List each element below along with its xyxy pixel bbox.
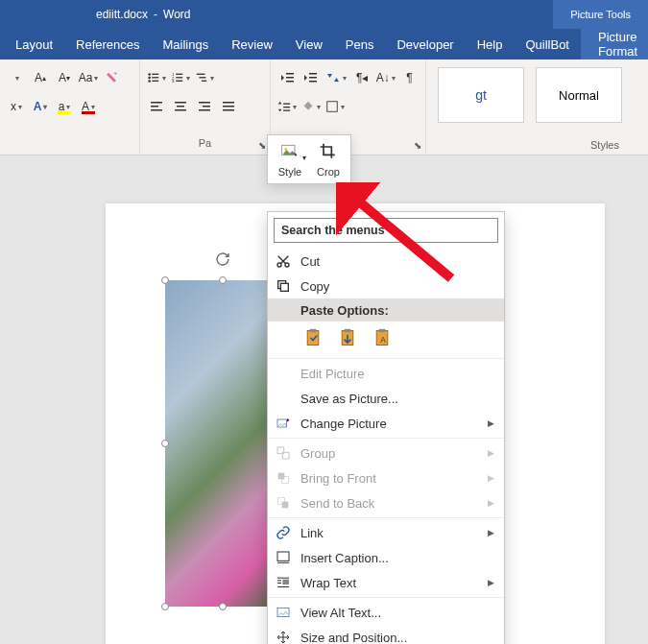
resize-handle[interactable] <box>161 276 169 284</box>
menu-save-as-picture[interactable]: Save as Picture... <box>268 386 504 411</box>
font-color-button[interactable]: A <box>78 96 99 117</box>
menu-view-alt-text[interactable]: View Alt Text... <box>268 600 504 625</box>
align-center-button[interactable] <box>170 96 191 117</box>
menu-insert-caption[interactable]: Insert Caption... <box>268 545 504 570</box>
mini-crop-label: Crop <box>317 166 340 178</box>
styles-group-label: Styles <box>590 139 619 153</box>
svg-rect-43 <box>307 331 319 346</box>
style-preview-normal[interactable]: Normal <box>536 67 622 123</box>
text-effects-button[interactable]: A <box>30 96 51 117</box>
paste-merge-button[interactable] <box>335 325 360 350</box>
align-justify-button[interactable] <box>218 96 239 117</box>
increase-indent-button[interactable] <box>300 67 320 88</box>
link-icon <box>274 525 293 540</box>
tab-picture-format[interactable]: Picture Format <box>581 29 648 60</box>
menu-change-picture[interactable]: Change Picture ▶ <box>268 411 504 436</box>
tab-layout[interactable]: Layout <box>4 29 64 60</box>
paste-picture-button[interactable]: A <box>370 325 395 350</box>
svg-rect-61 <box>282 580 289 584</box>
tab-developer[interactable]: Developer <box>385 29 465 60</box>
paragraph2-dialog-launcher[interactable]: ⬊ <box>414 140 421 151</box>
rotate-handle-icon[interactable] <box>215 251 230 267</box>
svg-rect-57 <box>277 552 289 561</box>
numbering-button[interactable]: 123 <box>170 67 191 88</box>
svg-rect-36 <box>327 102 338 112</box>
ribbon-group-paragraph: 123 Pa ⬊ <box>140 60 271 155</box>
resize-handle[interactable] <box>219 603 227 610</box>
menu-copy[interactable]: Copy <box>268 274 504 298</box>
multilevel-list-button[interactable] <box>194 67 215 88</box>
resize-handle[interactable] <box>219 276 227 284</box>
svg-rect-3 <box>152 77 158 78</box>
borders-button[interactable] <box>324 96 346 117</box>
show-paragraph-button[interactable]: ¶ <box>399 67 420 88</box>
menu-link-label: Link <box>300 526 324 540</box>
tab-help[interactable]: Help <box>466 29 515 60</box>
shading-button[interactable] <box>300 96 322 117</box>
svg-rect-9 <box>176 77 182 78</box>
svg-rect-26 <box>223 109 234 111</box>
svg-rect-31 <box>309 77 317 79</box>
clear-formatting-button[interactable] <box>102 67 123 88</box>
text-direction-button[interactable] <box>324 67 349 88</box>
change-picture-icon <box>274 416 293 431</box>
document-filename: ediitt.docx <box>96 8 148 21</box>
tab-review[interactable]: Review <box>220 29 284 60</box>
menu-paste-options-header: Paste Options: <box>268 298 504 322</box>
menu-wrap-text[interactable]: Wrap Text ▶ <box>268 570 504 595</box>
grow-font-button[interactable]: A▴ <box>30 67 51 88</box>
change-case-button[interactable]: Aa <box>78 67 99 88</box>
menu-cut[interactable]: Cut <box>268 249 504 274</box>
tab-mailings[interactable]: Mailings <box>152 29 221 60</box>
svg-rect-27 <box>286 73 294 75</box>
menu-save-as-label: Save as Picture... <box>300 392 398 406</box>
svg-rect-28 <box>286 77 294 79</box>
ribbon-tabs: Layout References Mailings Review View P… <box>0 29 648 60</box>
style-preview-gt[interactable]: gt <box>438 67 524 123</box>
tab-pens[interactable]: Pens <box>334 29 386 60</box>
svg-rect-7 <box>176 74 182 75</box>
title-bar: ediitt.docx - Word Picture Tools <box>0 0 648 29</box>
submenu-arrow-icon: ▶ <box>488 578 494 587</box>
tab-view[interactable]: View <box>284 29 334 60</box>
mini-crop-button[interactable]: Crop <box>316 141 341 178</box>
subscript-button[interactable]: x <box>6 96 27 117</box>
menu-size-position[interactable]: Size and Position... <box>268 625 504 644</box>
menu-caption-label: Insert Caption... <box>300 551 389 565</box>
paste-options-row: A <box>268 322 504 356</box>
menu-edit-picture-label: Edit Picture <box>300 367 364 381</box>
svg-rect-55 <box>282 502 289 509</box>
resize-handle[interactable] <box>161 603 169 610</box>
svg-rect-48 <box>379 329 386 332</box>
align-right-button[interactable] <box>194 96 215 117</box>
line-spacing-button[interactable] <box>276 96 298 117</box>
menu-link[interactable]: Link ▶ <box>268 520 504 545</box>
align-left-button[interactable] <box>146 96 167 117</box>
svg-point-2 <box>148 77 151 80</box>
app-name: Word <box>163 8 190 21</box>
ltr-button[interactable]: ¶◂ <box>352 67 372 88</box>
shrink-font-button[interactable]: A▾ <box>54 67 75 88</box>
resize-handle[interactable] <box>161 440 169 447</box>
paste-keep-source-button[interactable] <box>300 325 325 350</box>
bullets-button[interactable] <box>146 67 167 88</box>
picture-content <box>165 280 280 607</box>
highlight-button[interactable]: a <box>54 96 75 117</box>
cut-icon <box>274 253 293 269</box>
mini-toolbar: ▾ Style Crop <box>267 134 351 184</box>
alt-text-icon <box>274 605 293 620</box>
search-menus-input[interactable]: Search the menus <box>274 218 498 243</box>
mini-style-button[interactable]: ▾ Style <box>277 141 302 178</box>
svg-point-4 <box>148 80 151 83</box>
sort-button[interactable]: A↓ <box>375 67 396 88</box>
font-size-dropdown[interactable] <box>6 67 27 88</box>
svg-rect-59 <box>277 578 289 579</box>
paragraph-dialog-launcher[interactable]: ⬊ <box>258 140 266 151</box>
selected-picture[interactable] <box>165 280 280 607</box>
decrease-indent-button[interactable] <box>276 67 297 88</box>
svg-rect-30 <box>309 73 317 75</box>
svg-rect-46 <box>345 329 351 332</box>
svg-rect-32 <box>309 81 317 83</box>
tab-references[interactable]: References <box>64 29 151 60</box>
tab-quillbot[interactable]: QuillBot <box>514 29 581 60</box>
